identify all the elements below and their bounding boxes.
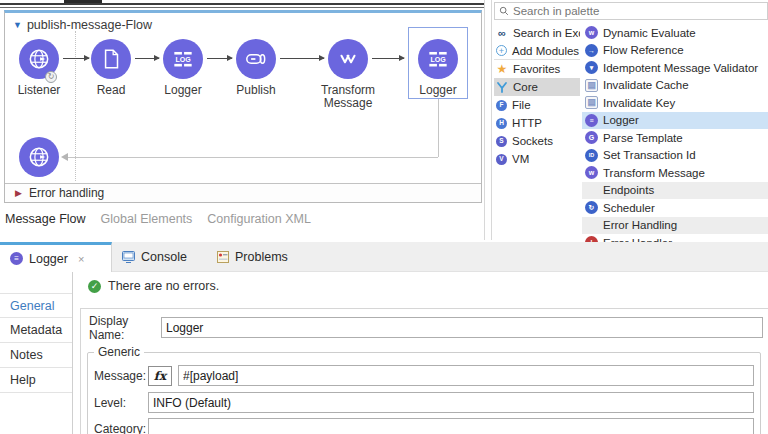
expand-triangle-icon[interactable]: ▶ xyxy=(15,188,22,198)
category-label: Search in Excha xyxy=(513,27,580,39)
tab-console[interactable]: Console xyxy=(122,242,187,272)
message-input[interactable] xyxy=(178,365,754,386)
publish-icon xyxy=(243,46,269,72)
status-text: There are no errors. xyxy=(108,279,219,293)
flow-title-label: publish-message-Flow xyxy=(27,18,152,32)
tab-message-flow[interactable]: Message Flow xyxy=(5,212,86,226)
tab-configuration-xml[interactable]: Configuration XML xyxy=(207,212,311,226)
error-handling-section[interactable]: ▶ Error handling xyxy=(5,183,481,202)
display-name-input[interactable] xyxy=(161,317,763,338)
set-transaction-id-icon: ID xyxy=(585,149,598,162)
file-module-icon: F xyxy=(496,100,507,111)
sidebar-item-notes[interactable]: Notes xyxy=(0,343,72,368)
http-module-icon: H xyxy=(496,118,507,129)
star-icon: ★ xyxy=(496,63,508,75)
category-label: Sockets xyxy=(512,135,553,147)
logger-form: Display Name: Generic Message: fx Level:… xyxy=(80,308,768,434)
tab-label: Console xyxy=(141,250,187,264)
category-favorites[interactable]: ★ Favorites xyxy=(494,60,580,78)
category-sockets[interactable]: S Sockets xyxy=(494,132,580,150)
logger-icon: ≡ xyxy=(10,252,23,265)
editor-view-tabs: Message Flow Global Elements Configurati… xyxy=(5,212,311,226)
flow-node-transform-message[interactable] xyxy=(328,39,368,79)
sockets-module-icon: S xyxy=(496,136,507,147)
dynamic-evaluate-icon: w xyxy=(585,26,598,39)
flow-arrow xyxy=(135,58,159,59)
item-label: Invalidate Cache xyxy=(603,79,689,91)
item-label: Idempotent Message Validator xyxy=(603,62,758,74)
file-icon xyxy=(98,46,124,72)
flow-node-logger-2-selected[interactable]: LOG xyxy=(418,39,458,79)
category-add-modules[interactable]: + Add Modules xyxy=(494,42,580,60)
message-row: Message: fx xyxy=(94,365,754,386)
category-label: Category: xyxy=(94,422,148,434)
fx-expression-button[interactable]: fx xyxy=(148,366,172,386)
palette-search-box[interactable] xyxy=(494,2,768,20)
palette-item-transform-message[interactable]: wTransform Message xyxy=(582,164,768,182)
vertical-sash[interactable] xyxy=(484,0,492,240)
error-handling-label: Error handling xyxy=(29,186,104,200)
invalidate-key-icon: ▤ xyxy=(585,96,598,109)
flow-title[interactable]: ▼publish-message-Flow xyxy=(13,18,152,32)
editor-top-edge xyxy=(0,3,487,8)
generic-group: Generic Message: fx Level: Category: xyxy=(87,345,761,434)
palette-categories: ∞ Search in Excha + Add Modules ★ Favori… xyxy=(494,24,580,168)
palette-item-invalidate-key[interactable]: ▤Invalidate Key xyxy=(582,94,768,112)
palette-item-parse-template[interactable]: GParse Template xyxy=(582,129,768,147)
category-file[interactable]: F File xyxy=(494,96,580,114)
category-vm[interactable]: V VM xyxy=(494,150,580,168)
search-icon xyxy=(499,6,509,16)
category-input[interactable] xyxy=(148,418,754,434)
display-name-label: Display Name: xyxy=(89,314,161,342)
category-row: Category: xyxy=(94,418,754,434)
flow-node-listener-response[interactable] xyxy=(19,137,59,177)
flow-node-publish[interactable] xyxy=(236,39,276,79)
flow-reference-icon: → xyxy=(585,44,598,57)
sidebar-item-metadata[interactable]: Metadata xyxy=(0,318,72,343)
level-label: Level: xyxy=(94,396,148,410)
palette-item-invalidate-cache[interactable]: ▤Invalidate Cache xyxy=(582,77,768,95)
category-search-in-exchange[interactable]: ∞ Search in Excha xyxy=(494,24,580,42)
palette-item-flow-reference[interactable]: →Flow Reference xyxy=(582,42,768,60)
palette-group-endpoints[interactable]: Endpoints xyxy=(582,182,768,200)
sidebar-item-help[interactable]: Help xyxy=(0,368,72,393)
collapse-triangle-icon[interactable]: ▼ xyxy=(13,20,22,30)
flow-canvas[interactable]: ▼publish-message-Flow ↻ Listener Read LO… xyxy=(4,10,482,203)
item-label: Parse Template xyxy=(603,132,683,144)
flow-node-read[interactable] xyxy=(91,39,131,79)
sidebar-item-general[interactable]: General xyxy=(0,293,72,318)
palette-group-error-handling[interactable]: Error Handling xyxy=(582,217,768,235)
tab-problems[interactable]: Problems xyxy=(216,242,288,272)
palette-item-idempotent-message-validator[interactable]: ▾Idempotent Message Validator xyxy=(582,59,768,77)
bottom-panel-tab-bar: ≡ Logger × Console Problems xyxy=(0,242,768,272)
log-icon: LOG xyxy=(170,46,196,72)
globe-icon xyxy=(26,144,52,170)
console-icon xyxy=(122,251,135,264)
close-icon[interactable]: × xyxy=(78,253,84,265)
palette-item-dynamic-evaluate[interactable]: wDynamic Evaluate xyxy=(582,24,768,42)
svg-text:LOG: LOG xyxy=(175,56,191,63)
palette-items: wDynamic Evaluate →Flow Reference ▾Idemp… xyxy=(582,24,768,242)
item-label: Flow Reference xyxy=(603,44,684,56)
palette-item-scheduler[interactable]: ↻Scheduler xyxy=(582,199,768,217)
node-label: Logger xyxy=(398,84,478,97)
palette-item-logger[interactable]: ≡Logger xyxy=(582,112,768,130)
palette-search-input[interactable] xyxy=(513,5,713,17)
source-divider xyxy=(75,31,76,181)
svg-text:LOG: LOG xyxy=(430,56,446,63)
invalidate-cache-icon: ▤ xyxy=(585,79,598,92)
category-http[interactable]: H HTTP xyxy=(494,114,580,132)
palette-item-error-handler[interactable]: !Error Handler xyxy=(582,234,768,242)
palette-item-set-transaction-id[interactable]: IDSet Transaction Id xyxy=(582,147,768,165)
generic-legend: Generic xyxy=(94,345,144,359)
globe-icon xyxy=(26,46,52,72)
category-label: HTTP xyxy=(512,117,542,129)
flow-node-logger-1[interactable]: LOG xyxy=(163,39,203,79)
level-combo[interactable] xyxy=(148,392,754,413)
tab-global-elements[interactable]: Global Elements xyxy=(101,212,193,226)
tab-logger-properties[interactable]: ≡ Logger × xyxy=(0,242,112,272)
category-core[interactable]: Core xyxy=(494,78,580,96)
category-label: Add Modules xyxy=(512,45,579,57)
listener-config-badge-icon[interactable]: ↻ xyxy=(45,71,57,83)
editor-tab-stub xyxy=(64,0,102,3)
